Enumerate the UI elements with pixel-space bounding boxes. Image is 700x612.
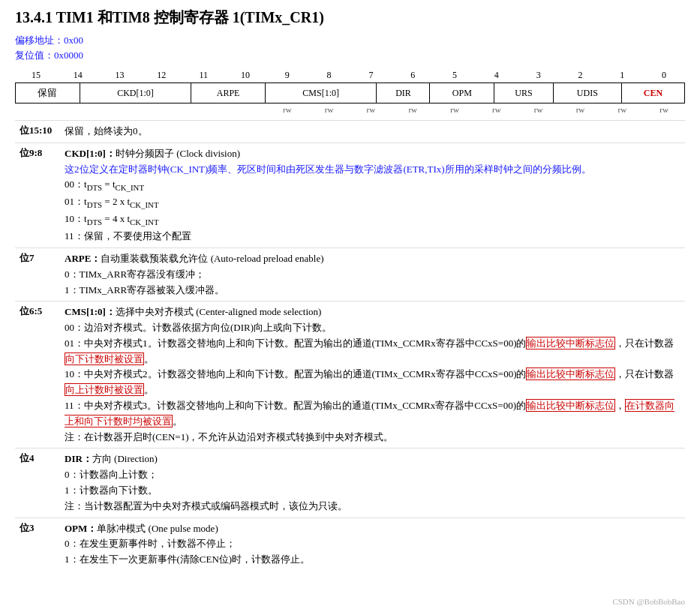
field-udis: UDIS — [553, 83, 621, 104]
bit-desc-15-10: 保留，始终读为0。 — [60, 121, 685, 143]
opm-0: 0：在发生更新事件时，计数器不停止； — [65, 538, 236, 549]
cms-11: 11：中央对齐模式3。计数器交替地向上和向下计数。配置为输出的通道(TIMx_C… — [65, 399, 674, 428]
bit-desc-7: ARPE：自动重装载预装载允许位 (Auto-reload preload en… — [60, 248, 685, 301]
reset-label: 复位值：0x0000 — [15, 49, 685, 62]
bit-label-4: 位4 — [15, 448, 60, 518]
offset-label: 偏移地址：0x00 — [15, 34, 685, 47]
field-name-dir: DIR： — [65, 453, 92, 464]
dir-0: 0：计数器向上计数； — [65, 469, 158, 480]
cms-00: 00：边沿对齐模式。计数器依据方向位(DIR)向上或向下计数。 — [65, 322, 332, 333]
bit-label-6-5: 位6:5 — [15, 302, 60, 448]
cms-note: 注：在计数器开启时(CEN=1)，不允许从边沿对齐模式转换到中央对齐模式。 — [65, 431, 394, 442]
opm-1: 1：在发生下一次更新事件(清除CEN位)时，计数器停止。 — [65, 554, 310, 565]
bit-desc-4: DIR：方向 (Direction) 0：计数器向上计数； 1：计数器向下计数。… — [60, 448, 685, 518]
ckd-01: 01：tDTS = 2 x tCK_INT — [65, 196, 159, 207]
bit-desc-6-5: CMS[1:0]：选择中央对齐模式 (Center-aligned mode s… — [60, 302, 685, 448]
field-name-arpe: ARPE： — [65, 253, 101, 264]
cms-10: 10：中央对齐模式2。计数器交替地向上和向下计数。配置为输出的通道(TIMx_C… — [65, 368, 674, 396]
desc-row-6-5: 位6:5 CMS[1:0]：选择中央对齐模式 (Center-aligned m… — [15, 302, 685, 448]
arpe-1: 1：TIMx_ARR寄存器被装入缓冲器。 — [65, 284, 224, 296]
register-table-wrapper: 15 14 13 12 11 10 9 8 7 6 5 4 3 2 1 0 保留… — [15, 70, 685, 114]
cms-01: 01：中央对齐模式1。计数器交替地向上和向下计数。配置为输出的通道(TIMx_C… — [65, 337, 674, 365]
desc-row-4: 位4 DIR：方向 (Direction) 0：计数器向上计数； 1：计数器向下… — [15, 448, 685, 518]
field-opm: OPM — [430, 83, 494, 104]
bit-label-15-10: 位15:10 — [15, 121, 60, 143]
bit-number-row: 15 14 13 12 11 10 9 8 7 6 5 4 3 2 1 0 — [15, 70, 685, 81]
footer: CSDN @BobBobBao — [612, 597, 685, 606]
desc-row-3: 位3 OPM：单脉冲模式 (One pulse mode) 0：在发生更新事件时… — [15, 518, 685, 571]
field-ckd: CKD[1:0] — [80, 83, 191, 104]
field-cen: CEN — [622, 83, 685, 104]
field-name-ckd: CKD[1:0]： — [65, 148, 116, 159]
descriptions-table: 位15:10 保留，始终读为0。 位9:8 CKD[1:0]：时钟分频因子 (C… — [15, 120, 685, 571]
arpe-0: 0：TIMx_ARR寄存器没有缓冲； — [65, 268, 205, 280]
field-arpe: ARPE — [191, 83, 266, 104]
field-dir: DIR — [377, 83, 430, 104]
desc-row-7: 位7 ARPE：自动重装载预装载允许位 (Auto-reload preload… — [15, 248, 685, 301]
ckd-10: 10：tDTS = 4 x tCK_INT — [65, 213, 159, 224]
bit-desc-3: OPM：单脉冲模式 (One pulse mode) 0：在发生更新事件时，计数… — [60, 518, 685, 571]
dir-note: 注：当计数器配置为中央对齐模式或编码器模式时，该位为只读。 — [65, 500, 347, 512]
rw-row: rw rw rw rw rw rw rw rw rw rw — [15, 105, 685, 114]
ckd-blue-desc: 这2位定义在定时器时钟(CK_INT)频率、死区时间和由死区发生器与数字滤波器(… — [65, 164, 591, 175]
bit-label-7: 位7 — [15, 248, 60, 301]
page-title: 13.4.1 TIM1 和TIM8 控制寄存器 1(TIMx_CR1) — [15, 8, 685, 28]
field-name-opm: OPM： — [65, 523, 97, 534]
field-reserved: 保留 — [16, 83, 80, 104]
field-name-cms: CMS[1:0]： — [65, 306, 116, 317]
desc-row-9-8: 位9:8 CKD[1:0]：时钟分频因子 (Clock division) 这2… — [15, 142, 685, 248]
desc-row-15-10: 位15:10 保留，始终读为0。 — [15, 121, 685, 143]
ckd-11: 11：保留，不要使用这个配置 — [65, 230, 191, 242]
field-urs: URS — [494, 83, 553, 104]
field-cms: CMS[1:0] — [265, 83, 377, 104]
register-table: 保留 CKD[1:0] ARPE CMS[1:0] DIR OPM URS UD… — [15, 82, 685, 104]
dir-1: 1：计数器向下计数。 — [65, 484, 158, 496]
bit-desc-9-8: CKD[1:0]：时钟分频因子 (Clock division) 这2位定义在定… — [60, 142, 685, 248]
bit-label-9-8: 位9:8 — [15, 142, 60, 248]
ckd-00: 00：tDTS = tCK_INT — [65, 178, 144, 190]
bit-label-3: 位3 — [15, 518, 60, 571]
